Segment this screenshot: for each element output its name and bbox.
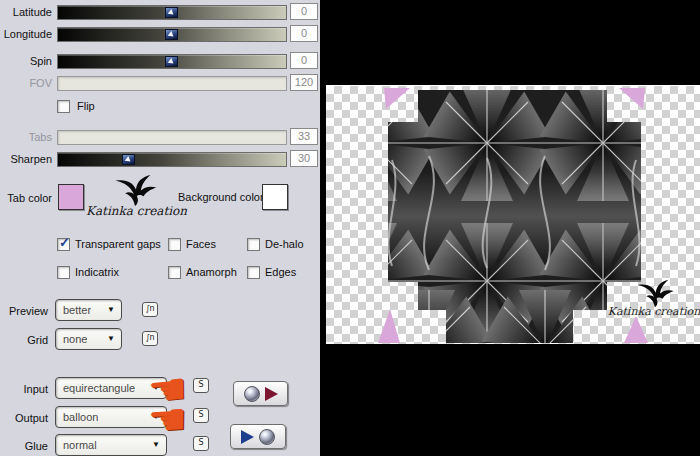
glue-s-button[interactable]: S [193,436,209,451]
latitude-label: Latitude [0,4,52,21]
transparent-gaps-label: Transparent gaps [75,238,161,251]
preview-curve-button[interactable]: ∫n [142,302,158,317]
preview-canvas: Katinka creation [326,85,700,344]
render-input-button[interactable] [233,381,288,406]
output-dropdown[interactable]: balloon ▼ [55,406,167,428]
fov-row: FOV 120 [0,75,320,92]
spin-row: Spin 0 [0,53,320,70]
blue-play-triangle-icon [241,430,254,444]
preview-label: Preview [0,303,48,320]
checkbox-edges[interactable] [247,266,260,279]
output-label: Output [0,410,48,427]
flip-checkbox[interactable] [57,100,70,113]
tabs-label: Tabs [0,129,52,146]
checkbox-anamorph[interactable] [168,266,181,279]
chevron-down-icon: ▼ [152,441,160,449]
indicatrix-label: Indicatrix [75,266,119,279]
spin-label: Spin [0,53,52,70]
sharpen-value-field[interactable]: 30 [290,150,318,167]
transparent-gaps-checkmark: ✓ [59,235,70,250]
faces-label: Faces [186,238,216,251]
input-dropdown-value: equirectangule [63,382,135,394]
background-color-swatch[interactable] [262,184,288,210]
chevron-down-icon: ▼ [152,413,160,421]
edges-label: Edges [265,266,296,279]
flip-label: Flip [77,100,95,113]
output-dropdown-value: balloon [63,411,98,423]
longitude-slider[interactable] [57,27,287,42]
longitude-label: Longitude [0,26,52,43]
latitude-slider[interactable] [57,5,287,20]
latitude-value-field[interactable]: 0 [290,3,318,20]
preview-watermark-text: Katinka creation [606,305,700,318]
preview-dropdown[interactable]: better ▼ [55,299,122,321]
grid-curve-button[interactable]: ∫n [142,331,158,346]
glue-dropdown-value: normal [63,439,97,451]
preview-watermark: Katinka creation [606,279,700,318]
sharpen-slider[interactable] [57,152,287,167]
sharpen-label: Sharpen [0,151,52,168]
de-halo-label: De-halo [265,238,304,251]
tab-color-swatch[interactable] [58,184,84,210]
control-panel: Latitude 0 Longitude 0 Spin 0 FOV 120 Fl… [0,0,320,456]
background-color-label: Background color [178,191,264,204]
bird-logo-icon [105,174,163,208]
chevron-down-icon: ▼ [107,306,115,314]
fov-slider [57,76,287,91]
panel-watermark-text: Katinka creation [86,204,182,218]
grid-dropdown[interactable]: none ▼ [55,328,122,350]
disc-icon [259,429,275,445]
tabs-value-field[interactable]: 33 [290,128,318,145]
tabs-row: Tabs 33 [0,129,320,146]
sharpen-row: Sharpen 30 [0,151,320,168]
input-dropdown[interactable]: equirectangule ▼ [55,377,167,399]
grid-label: Grid [0,332,48,349]
tab-color-label: Tab color [0,190,52,207]
glue-dropdown[interactable]: normal ▼ [55,434,167,456]
latitude-row: Latitude 0 [0,4,320,21]
panel-watermark: Katinka creation [86,174,182,218]
checkbox-transparent-gaps[interactable]: ✓ [57,238,70,251]
checkbox-indicatrix[interactable] [57,266,70,279]
latitude-slider-handle[interactable] [165,7,178,18]
longitude-slider-handle[interactable] [165,29,178,40]
grid-dropdown-value: none [63,333,87,345]
glue-label: Glue [0,438,48,455]
input-label: Input [0,381,48,398]
disc-icon [244,386,260,402]
fov-value-field[interactable]: 120 [290,74,318,91]
preview-dropdown-value: better [63,304,91,316]
input-s-button[interactable]: S [193,378,209,393]
spin-value-field[interactable]: 0 [290,52,318,69]
anamorph-label: Anamorph [186,266,237,279]
tabs-slider [57,130,287,145]
fov-label: FOV [0,75,52,92]
chevron-down-icon: ▼ [107,335,115,343]
checkbox-de-halo[interactable] [247,238,260,251]
sharpen-slider-handle[interactable] [122,154,135,165]
longitude-row: Longitude 0 [0,26,320,43]
checkbox-faces[interactable] [168,238,181,251]
render-output-button[interactable] [230,424,286,449]
longitude-value-field[interactable]: 0 [290,25,318,42]
spin-slider[interactable] [57,54,287,69]
red-play-triangle-icon [265,387,278,401]
spin-slider-handle[interactable] [165,56,178,67]
output-s-button[interactable]: S [193,408,209,423]
chevron-down-icon: ▼ [152,384,160,392]
